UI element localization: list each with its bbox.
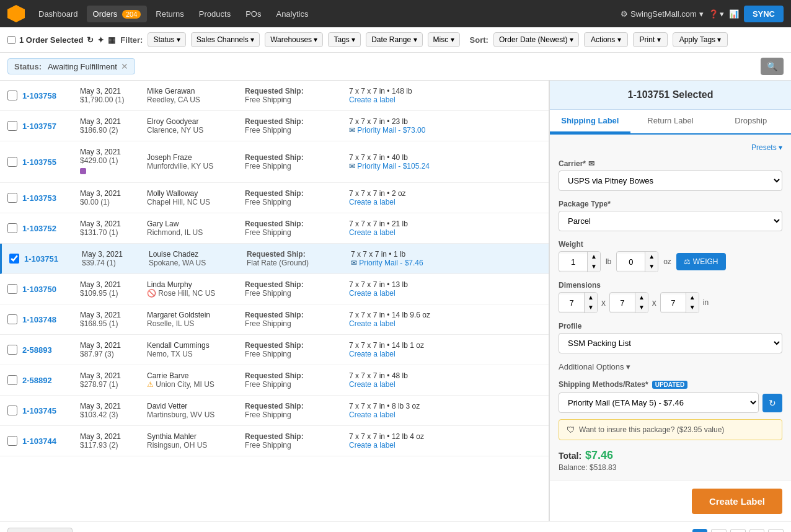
nav-dashboard[interactable]: Dashboard: [32, 6, 84, 22]
order-label[interactable]: Create a label: [349, 319, 541, 328]
refresh-icon[interactable]: ↻: [87, 35, 94, 45]
order-label[interactable]: Create a label: [349, 95, 541, 104]
order-checkbox[interactable]: [7, 375, 17, 385]
order-checkbox[interactable]: [7, 157, 17, 167]
weight-oz-up[interactable]: ▲: [645, 252, 658, 262]
order-checkbox[interactable]: [7, 406, 17, 415]
order-id[interactable]: 2-58892: [22, 376, 75, 385]
metrics-button[interactable]: 📊: [729, 9, 739, 19]
order-label[interactable]: Create a label: [349, 410, 541, 419]
order-label[interactable]: Create a label: [349, 380, 541, 389]
create-label-link[interactable]: Create a label: [349, 289, 396, 298]
merge-icon[interactable]: ✦: [97, 35, 104, 45]
order-checkbox[interactable]: [7, 436, 17, 446]
create-label-link[interactable]: Create a label: [349, 380, 396, 389]
order-row[interactable]: 2-58892 May 3, 2021 $278.97 (1) Carrie B…: [0, 365, 549, 396]
order-id[interactable]: 1-103744: [22, 437, 75, 446]
help-button[interactable]: ❓ ▾: [709, 9, 724, 19]
dim-x-input[interactable]: [559, 295, 584, 311]
nav-orders[interactable]: Orders 204: [87, 6, 148, 22]
create-label-link[interactable]: Create a label: [349, 228, 396, 237]
page-button[interactable]: 2: [711, 529, 727, 532]
create-label-link[interactable]: Create a label: [349, 350, 396, 358]
order-id[interactable]: 1-103758: [22, 91, 75, 100]
order-row[interactable]: 1-103751 May 3, 2021 $39.74 (1) Louise C…: [0, 244, 549, 274]
order-row[interactable]: 1-103755 May 3, 2021 $429.00 (1) Joseph …: [0, 141, 549, 183]
order-label[interactable]: ✉ Priority Mail - $73.00: [349, 126, 541, 135]
shipping-method-select[interactable]: Priority Mail (ETA May 5) - $7.46First C…: [559, 392, 759, 413]
create-label-button[interactable]: Create Label: [692, 489, 782, 514]
order-id[interactable]: 1-103755: [22, 157, 75, 167]
filter-warehouses[interactable]: Warehouses ▾: [265, 32, 323, 47]
filter-tags[interactable]: Tags ▾: [328, 32, 361, 47]
order-id[interactable]: 1-103753: [22, 193, 75, 203]
order-row[interactable]: 1-103757 May 3, 2021 $186.90 (2) Elroy G…: [0, 111, 549, 141]
profile-select[interactable]: SSM Packing ListDefault: [559, 333, 782, 353]
order-id[interactable]: 1-103751: [24, 254, 77, 264]
filter-status[interactable]: Status ▾: [148, 32, 185, 47]
dim-y-up[interactable]: ▲: [635, 293, 648, 303]
dim-z-down[interactable]: ▼: [686, 303, 699, 313]
tab-dropship[interactable]: Dropship: [710, 110, 791, 133]
order-checkbox[interactable]: [7, 91, 17, 100]
dim-z-up[interactable]: ▲: [686, 293, 699, 303]
nav-returns[interactable]: Returns: [149, 6, 190, 22]
order-row[interactable]: 1-103758 May 3, 2021 $1,790.00 (1) Mike …: [0, 81, 549, 111]
sync-button[interactable]: SYNC: [744, 6, 784, 22]
order-id[interactable]: 1-103757: [22, 122, 75, 131]
refresh-rates-button[interactable]: ↻: [762, 394, 782, 412]
sort-selector[interactable]: Order Date (Newest) ▾: [493, 32, 579, 47]
create-label-link[interactable]: Create a label: [349, 319, 396, 328]
order-row[interactable]: 1-103748 May 3, 2021 $168.95 (1) Margare…: [0, 304, 549, 335]
weight-oz-down[interactable]: ▼: [645, 262, 658, 272]
order-checkbox[interactable]: [7, 193, 17, 203]
insurance-banner[interactable]: 🛡 Want to insure this package? ($23.95 v…: [559, 419, 782, 440]
create-label-link[interactable]: Create a label: [349, 95, 396, 104]
dim-x-down[interactable]: ▼: [585, 303, 597, 313]
select-all-checkbox[interactable]: [7, 36, 15, 44]
actions-button[interactable]: Actions ▾: [584, 32, 628, 47]
filter-sales-channels[interactable]: Sales Channels ▾: [191, 32, 260, 47]
status-tag-close-icon[interactable]: ✕: [121, 61, 128, 71]
order-row[interactable]: 1-103750 May 3, 2021 $109.95 (1) Linda M…: [0, 274, 549, 304]
dim-z-input[interactable]: [661, 295, 686, 311]
nav-pos[interactable]: POs: [239, 6, 267, 22]
order-checkbox[interactable]: [7, 121, 17, 131]
per-page-select[interactable]: 25 per page50 per page100 per page: [7, 528, 73, 532]
filter-misc[interactable]: Misc ▾: [428, 32, 460, 47]
carrier-select[interactable]: USPS via Pitney BowesFedExUPS: [559, 171, 782, 191]
order-label[interactable]: Create a label: [349, 350, 541, 358]
dim-y-input[interactable]: [610, 295, 635, 311]
order-checkbox[interactable]: [7, 284, 17, 294]
weight-lb-down[interactable]: ▼: [588, 262, 600, 272]
tab-shipping-label[interactable]: Shipping Label: [550, 110, 630, 133]
barcode-icon[interactable]: ▦: [108, 35, 115, 45]
order-id[interactable]: 1-103748: [22, 315, 75, 324]
filter-date-range[interactable]: Date Range ▾: [366, 32, 422, 47]
order-row[interactable]: 1-103745 May 3, 2021 $103.42 (3) David V…: [0, 396, 549, 426]
order-id[interactable]: 1-103750: [22, 285, 75, 294]
order-row[interactable]: 2-58893 May 3, 2021 $87.97 (3) Kendall C…: [0, 335, 549, 365]
page-button[interactable]: 5: [768, 529, 784, 532]
dim-x-up[interactable]: ▲: [585, 293, 597, 303]
store-selector[interactable]: ⚙ SwingSetMall.com ▾: [621, 9, 704, 19]
page-button[interactable]: 1: [692, 529, 708, 532]
order-row[interactable]: 1-103744 May 3, 2021 $117.93 (2) Synthia…: [0, 426, 549, 456]
order-row[interactable]: 1-103753 May 3, 2021 $0.00 (1) Molly Wal…: [0, 183, 549, 213]
order-label[interactable]: Create a label: [349, 228, 541, 237]
weight-lb-input[interactable]: 1: [559, 254, 587, 270]
additional-options-button[interactable]: Additional Options ▾: [559, 362, 630, 371]
order-id[interactable]: 1-103752: [22, 224, 75, 233]
package-type-select[interactable]: ParcelFlat Rate BoxFlat Rate Envelope: [559, 211, 782, 231]
nav-analytics[interactable]: Analytics: [270, 6, 314, 22]
page-button[interactable]: 4: [749, 529, 765, 532]
search-button[interactable]: 🔍: [761, 58, 784, 75]
presets-button[interactable]: Presets ▾: [751, 143, 782, 152]
create-label-link[interactable]: Create a label: [349, 198, 396, 206]
order-label[interactable]: ✉ Priority Mail - $105.24: [349, 162, 541, 171]
order-checkbox[interactable]: [9, 254, 19, 264]
tab-return-label[interactable]: Return Label: [630, 110, 711, 133]
order-id[interactable]: 1-103745: [22, 406, 75, 415]
nav-products[interactable]: Products: [193, 6, 237, 22]
weigh-button[interactable]: ⚖ WEIGH: [676, 253, 726, 270]
